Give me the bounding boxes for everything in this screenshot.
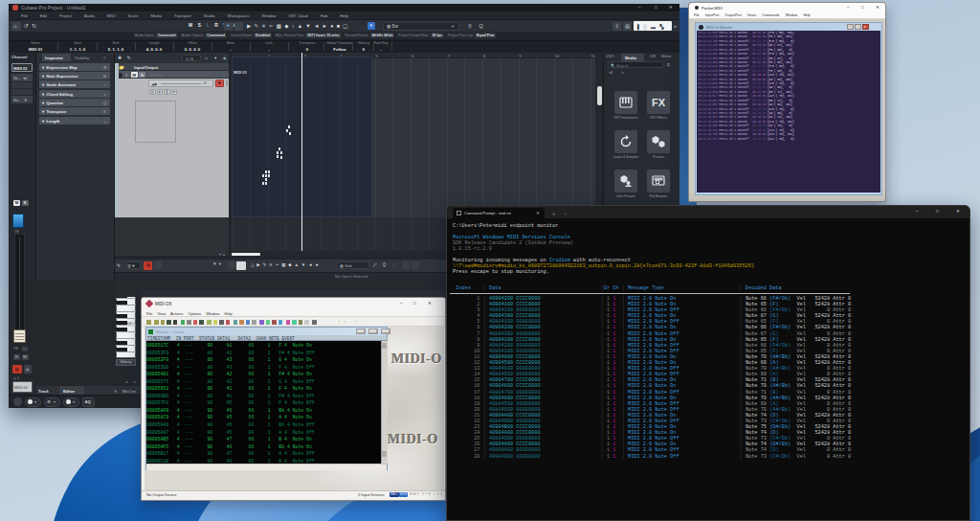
svg-text:FX: FX — [652, 97, 666, 108]
